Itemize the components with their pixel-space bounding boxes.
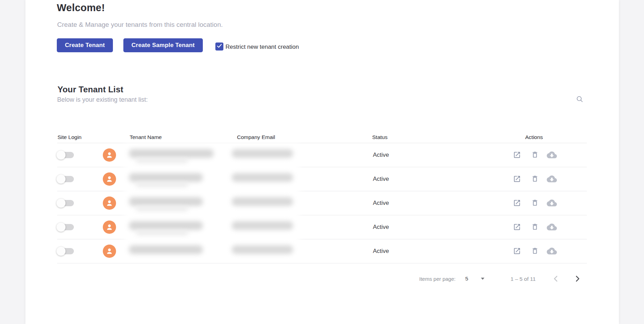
delete-icon[interactable] bbox=[531, 151, 539, 159]
chevron-down-icon bbox=[481, 278, 484, 280]
tenant-avatar-icon bbox=[103, 148, 116, 162]
column-header-actions: Actions bbox=[525, 134, 543, 140]
tenant-name-redacted bbox=[129, 221, 203, 230]
open-in-new-icon[interactable] bbox=[513, 151, 521, 159]
create-tenant-button[interactable]: Create Tenant bbox=[57, 38, 113, 52]
open-in-new-icon[interactable] bbox=[513, 223, 521, 231]
delete-icon[interactable] bbox=[531, 223, 539, 231]
status-value: Active bbox=[373, 143, 389, 167]
items-per-page-label: Items per page: bbox=[419, 276, 455, 282]
company-email-redacted bbox=[232, 221, 293, 230]
site-login-toggle[interactable] bbox=[56, 175, 74, 184]
column-header-status: Status bbox=[372, 134, 388, 140]
cloud-download-icon[interactable] bbox=[546, 151, 557, 159]
cloud-download-icon[interactable] bbox=[546, 223, 557, 231]
status-value: Active bbox=[373, 191, 389, 215]
page-title: Welcome! bbox=[57, 2, 105, 14]
next-page-icon[interactable] bbox=[573, 274, 582, 284]
status-value: Active bbox=[373, 215, 389, 239]
page-subtitle: Create & Manage your tenants from this c… bbox=[57, 21, 223, 29]
tenant-avatar-icon bbox=[103, 221, 116, 234]
tenant-list-subtitle: Below is your existing tenant list: bbox=[57, 96, 148, 103]
site-login-toggle[interactable] bbox=[56, 223, 74, 232]
tenant-list-title: Your Tenant List bbox=[58, 85, 123, 94]
tenant-name-redacted bbox=[129, 245, 203, 254]
items-per-page-value: 5 bbox=[465, 276, 468, 282]
delete-icon[interactable] bbox=[531, 175, 539, 183]
pagination-range-label: 1 – 5 of 11 bbox=[511, 276, 536, 282]
redacted-data-overlay bbox=[128, 148, 296, 254]
restrict-checkbox-label: Restrict new tenant creation bbox=[225, 44, 299, 51]
company-email-redacted bbox=[232, 245, 293, 254]
tenant-admin-panel: Welcome! Create & Manage your tenants fr… bbox=[25, 0, 619, 324]
status-value: Active bbox=[373, 239, 389, 263]
tenant-avatar-icon bbox=[103, 196, 116, 210]
site-login-toggle[interactable] bbox=[56, 247, 74, 256]
status-value: Active bbox=[373, 167, 389, 191]
open-in-new-icon[interactable] bbox=[513, 199, 521, 207]
tenant-name-redacted bbox=[129, 149, 214, 158]
search-icon[interactable] bbox=[575, 94, 585, 105]
company-email-redacted bbox=[232, 173, 293, 182]
site-login-toggle[interactable] bbox=[56, 151, 74, 160]
company-email-redacted bbox=[232, 149, 293, 158]
table-header-row: Site Login Tenant Name Company Email Sta… bbox=[57, 134, 587, 143]
tenant-avatar-icon bbox=[103, 172, 116, 186]
create-sample-tenant-button[interactable]: Create Sample Tenant bbox=[123, 38, 203, 52]
items-per-page-select[interactable]: 5 bbox=[463, 274, 488, 284]
tenant-avatar-icon bbox=[103, 245, 116, 258]
cloud-download-icon[interactable] bbox=[546, 175, 557, 183]
checkmark-icon bbox=[216, 43, 222, 50]
tenant-name-redacted bbox=[129, 197, 203, 206]
site-login-toggle[interactable] bbox=[56, 199, 74, 208]
delete-icon[interactable] bbox=[531, 247, 539, 255]
delete-icon[interactable] bbox=[531, 199, 539, 207]
column-header-company-email: Company Email bbox=[237, 134, 275, 140]
previous-page-icon[interactable] bbox=[551, 274, 561, 284]
column-header-tenant-name: Tenant Name bbox=[130, 134, 162, 140]
company-email-redacted bbox=[232, 197, 293, 206]
tenant-name-redacted bbox=[129, 173, 203, 182]
cloud-download-icon[interactable] bbox=[546, 247, 557, 255]
open-in-new-icon[interactable] bbox=[513, 247, 521, 255]
open-in-new-icon[interactable] bbox=[513, 175, 521, 183]
restrict-tenant-creation-checkbox[interactable] bbox=[215, 43, 223, 51]
cloud-download-icon[interactable] bbox=[546, 199, 557, 207]
column-header-site-login: Site Login bbox=[58, 134, 82, 140]
